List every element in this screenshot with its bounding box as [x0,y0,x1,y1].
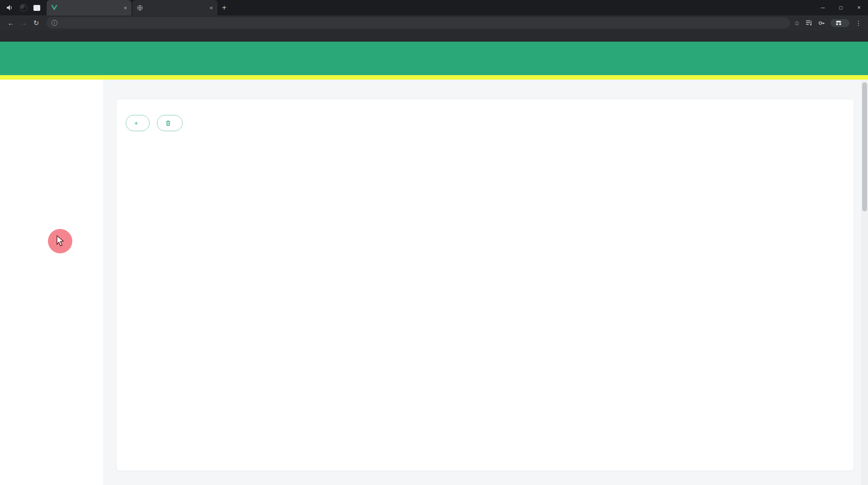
tab-close-icon[interactable]: × [123,5,127,11]
incognito-icon [835,20,842,26]
incognito-badge [830,19,849,27]
breadcrumb[interactable] [117,80,122,87]
recorder-icon[interactable] [20,4,27,11]
main-content: + [103,80,868,485]
site-info-icon[interactable]: i [52,20,57,26]
sidebar [0,80,103,485]
maximize-button[interactable]: □ [832,5,850,11]
click-cursor-marker [48,229,72,253]
content-card: + [117,100,854,471]
close-button[interactable]: × [850,5,868,11]
speaker-icon[interactable] [6,5,14,11]
browser-menu-icon[interactable]: ⋮ [855,19,862,27]
stop-icon[interactable] [33,5,40,11]
toolbar: + [126,115,844,131]
tab-close-icon[interactable]: × [209,5,213,11]
tab-home[interactable]: × [132,0,217,15]
reading-list-icon[interactable] [806,20,812,26]
page-scrollbar-track [861,81,868,485]
delete-button[interactable] [157,115,183,131]
address-bar: ← → ↻ i ☆ ⋮ [0,15,868,30]
plus-icon: + [134,119,138,127]
vue-logo-icon [51,5,57,10]
globe-icon [137,5,143,11]
tab-university[interactable]: × [47,0,132,15]
bookmarks-bar [0,30,868,42]
password-key-icon[interactable] [818,20,825,26]
url-field[interactable]: i [46,17,790,29]
page-scrollbar-thumb[interactable] [862,82,867,211]
app-header [0,42,868,75]
new-tab-button[interactable]: + [222,3,226,12]
trash-icon [165,120,171,126]
add-button[interactable]: + [126,115,150,131]
forward-icon[interactable]: → [17,19,30,27]
reload-icon[interactable]: ↻ [30,19,42,27]
back-icon[interactable]: ← [5,19,17,27]
minimize-button[interactable]: ─ [814,5,832,11]
browser-tab-strip: × × + ─ □ × [0,0,868,15]
bookmark-star-icon[interactable]: ☆ [794,19,800,27]
accent-strip [0,75,868,80]
